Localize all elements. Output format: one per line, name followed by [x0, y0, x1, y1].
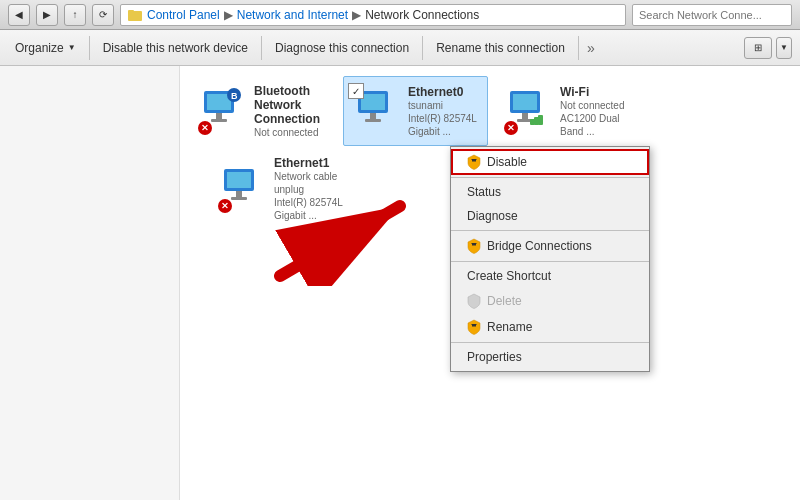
ctx-status-label: Status [467, 185, 501, 199]
network-item-wifi[interactable]: ✕ Wi-Fi Not connected AC1200 Dual Band .… [496, 76, 641, 146]
ctx-bridge[interactable]: Bridge Connections [451, 233, 649, 259]
bridge-shield-icon [467, 238, 481, 254]
ctx-disable-label: Disable [487, 155, 527, 169]
ctx-properties[interactable]: Properties [451, 345, 649, 369]
svg-rect-4 [216, 113, 222, 119]
ethernet0-text: Ethernet0 tsunami Intel(R) 82574L Gigabi… [408, 85, 479, 138]
search-input[interactable] [632, 4, 792, 26]
content-area: B ✕ Bluetooth Network Connection Not con… [0, 66, 800, 500]
svg-rect-22 [231, 197, 247, 200]
breadcrumb: Control Panel ▶ Network and Internet ▶ N… [120, 4, 626, 26]
ctx-properties-label: Properties [467, 350, 522, 364]
svg-rect-26 [472, 159, 477, 160]
up-button[interactable]: ↑ [64, 4, 86, 26]
breadcrumb-control-panel[interactable]: Control Panel [147, 8, 220, 22]
ctx-diagnose[interactable]: Diagnose [451, 204, 649, 228]
folder-icon [127, 7, 143, 23]
toolbar-separator-2 [261, 36, 262, 60]
svg-rect-1 [128, 10, 134, 13]
ctx-sep-1 [451, 177, 649, 178]
toolbar: Organize ▼ Disable this network device D… [0, 30, 800, 66]
organize-arrow: ▼ [68, 43, 76, 52]
ethernet0-checkmark: ✓ [348, 83, 364, 99]
svg-text:B: B [231, 91, 238, 101]
disable-shield-icon [467, 154, 481, 170]
ctx-sep-2 [451, 230, 649, 231]
svg-rect-30 [472, 324, 477, 325]
wifi-name: Wi-Fi [560, 85, 633, 99]
disable-network-button[interactable]: Disable this network device [92, 34, 259, 62]
svg-rect-11 [365, 119, 381, 122]
ctx-create-shortcut[interactable]: Create Shortcut [451, 264, 649, 288]
ctx-bridge-label: Bridge Connections [487, 239, 592, 253]
ctx-sep-4 [451, 342, 649, 343]
ethernet0-status2: Intel(R) 82574L Gigabit ... [408, 112, 479, 138]
rename-shield-icon [467, 319, 481, 335]
title-bar: ◀ ▶ ↑ ⟳ Control Panel ▶ Network and Inte… [0, 0, 800, 30]
refresh-button[interactable]: ⟳ [92, 4, 114, 26]
view-arrow-button[interactable]: ▼ [776, 37, 792, 59]
toolbar-separator-1 [89, 36, 90, 60]
ctx-rename-label: Rename [487, 320, 532, 334]
ctx-shortcut-label: Create Shortcut [467, 269, 551, 283]
svg-rect-20 [227, 172, 251, 188]
wifi-status2: AC1200 Dual Band ... [560, 112, 633, 138]
bluetooth-icon-wrap: B ✕ [198, 87, 246, 135]
wifi-icon-wrap: ✕ [504, 87, 552, 135]
main-area: B ✕ Bluetooth Network Connection Not con… [180, 66, 800, 500]
back-button[interactable]: ◀ [8, 4, 30, 26]
ethernet1-error-badge: ✕ [218, 199, 232, 213]
svg-rect-13 [513, 94, 537, 110]
wifi-text: Wi-Fi Not connected AC1200 Dual Band ... [560, 85, 633, 138]
svg-rect-9 [361, 94, 385, 110]
context-menu: Disable Status Diagnose Bridge Connectio… [450, 146, 650, 372]
ctx-rename[interactable]: Rename [451, 314, 649, 340]
ctx-delete: Delete [451, 288, 649, 314]
svg-rect-28 [472, 243, 477, 244]
svg-rect-5 [211, 119, 227, 122]
breadcrumb-network-internet[interactable]: Network and Internet [237, 8, 348, 22]
ctx-status[interactable]: Status [451, 180, 649, 204]
organize-button[interactable]: Organize ▼ [4, 34, 87, 62]
wifi-error-badge: ✕ [504, 121, 518, 135]
forward-button[interactable]: ▶ [36, 4, 58, 26]
nav-panel [0, 66, 180, 500]
toolbar-separator-4 [578, 36, 579, 60]
ethernet1-icon-wrap: ✕ [218, 165, 266, 213]
diagnose-button[interactable]: Diagnose this connection [264, 34, 420, 62]
bluetooth-text: Bluetooth Network Connection Not connect… [254, 84, 327, 139]
svg-rect-14 [522, 113, 528, 119]
svg-rect-18 [530, 119, 535, 125]
delete-shield-icon [467, 293, 481, 309]
ethernet1-text: Ethernet1 Network cable unplug Intel(R) … [274, 156, 362, 222]
ctx-sep-3 [451, 261, 649, 262]
ctx-disable[interactable]: Disable [451, 149, 649, 175]
network-item-ethernet0[interactable]: ✓ Ethernet0 tsunami Intel(R) 82574L Giga… [343, 76, 488, 146]
ethernet0-name: Ethernet0 [408, 85, 479, 99]
svg-rect-10 [370, 113, 376, 119]
network-item-ethernet1[interactable]: ✕ Ethernet1 Network cable unplug Intel(R… [210, 154, 370, 224]
ethernet1-status1: Network cable unplug [274, 170, 362, 196]
ethernet1-name: Ethernet1 [274, 156, 362, 170]
rename-button[interactable]: Rename this connection [425, 34, 576, 62]
ctx-delete-label: Delete [487, 294, 522, 308]
ethernet0-status1: tsunami [408, 99, 479, 112]
ethernet0-icon-wrap: ✓ [352, 87, 400, 135]
toolbar-separator-3 [422, 36, 423, 60]
ctx-diagnose-label: Diagnose [467, 209, 518, 223]
bluetooth-error-badge: ✕ [198, 121, 212, 135]
view-toggle-button[interactable]: ⊞ [744, 37, 772, 59]
ethernet1-status2: Intel(R) 82574L Gigabit ... [274, 196, 362, 222]
network-item-bluetooth[interactable]: B ✕ Bluetooth Network Connection Not con… [190, 76, 335, 146]
toolbar-overflow[interactable]: » [581, 34, 601, 62]
wifi-status1: Not connected [560, 99, 633, 112]
bluetooth-status: Not connected [254, 126, 327, 139]
breadcrumb-network-connections: Network Connections [365, 8, 479, 22]
bluetooth-name: Bluetooth Network Connection [254, 84, 327, 126]
svg-rect-21 [236, 191, 242, 197]
